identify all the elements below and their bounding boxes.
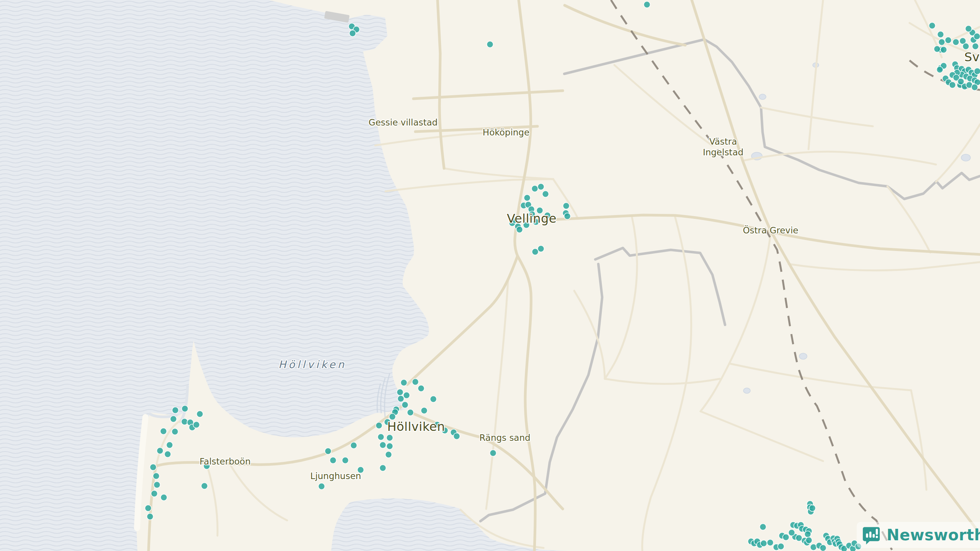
data-point-dot <box>150 464 157 471</box>
place-label-h-k-pinge: Hököpinge <box>483 127 529 137</box>
data-point-dot <box>974 33 980 40</box>
data-point-dot <box>963 43 969 50</box>
data-point-dot <box>965 26 972 32</box>
place-label--stra-grevie: Östra Grevie <box>743 225 798 235</box>
data-point-dot <box>937 67 943 73</box>
data-point-dot <box>193 422 200 428</box>
newsworthy-logo[interactable]: Newsworthy <box>857 522 980 548</box>
data-point-dot <box>972 84 978 91</box>
data-point-dot <box>403 392 410 399</box>
data-point-dot <box>182 406 188 412</box>
data-point-dot <box>538 184 544 190</box>
place-label-ljunghusen: Ljunghusen <box>310 471 361 481</box>
newsworthy-bar-chart-icon <box>861 525 881 545</box>
data-point-dot <box>421 408 428 414</box>
data-point-dot <box>929 23 936 29</box>
data-point-dot <box>342 457 349 464</box>
place-label-vellinge: Vellinge <box>507 211 557 226</box>
data-point-dot <box>147 514 154 520</box>
newsworthy-brand-text: Newsworthy <box>887 526 980 544</box>
data-point-dot <box>644 2 650 8</box>
data-point-dot <box>154 482 160 488</box>
data-point-dot <box>385 452 392 458</box>
data-point-dot <box>380 465 386 471</box>
map-canvas[interactable]: Gessie villastadHököpingeVästraIngelstad… <box>0 0 980 551</box>
data-point-dot <box>160 428 167 435</box>
data-point-dot <box>318 483 325 490</box>
data-point-dot <box>941 47 947 53</box>
data-point-dot <box>958 78 964 85</box>
place-label-h-llviken: Höllviken <box>387 419 445 434</box>
data-point-dot <box>197 411 203 417</box>
data-point-dot <box>524 195 531 201</box>
data-point-dot <box>161 494 167 501</box>
data-point-dot <box>145 505 152 512</box>
data-point-dot <box>564 213 571 220</box>
data-point-dot <box>783 534 789 541</box>
data-point-dot <box>325 448 332 455</box>
data-point-dot <box>820 545 826 551</box>
data-point-dot <box>532 249 539 255</box>
data-point-dot <box>487 41 493 48</box>
data-point-dot <box>412 379 419 385</box>
data-point-dot <box>761 540 767 547</box>
data-point-dot <box>972 43 979 50</box>
data-point-dot <box>170 416 177 422</box>
data-point-dot <box>401 380 407 386</box>
data-point-dot <box>953 39 959 46</box>
place-label-falsterbo-n: Falsterboön <box>199 456 251 466</box>
data-point-dot <box>378 434 384 440</box>
data-point-dot <box>789 530 795 536</box>
data-point-dot <box>806 537 812 544</box>
data-point-dot <box>397 389 403 396</box>
data-point-dot <box>945 37 952 44</box>
data-point-dot <box>376 422 382 429</box>
data-point-dot <box>542 191 549 197</box>
data-point-dot <box>165 451 171 458</box>
data-point-dot <box>398 396 404 402</box>
data-point-dot <box>387 443 393 450</box>
data-point-dot <box>490 450 497 456</box>
data-point-dot <box>516 227 523 233</box>
place-label-r-ngs-sand: Rängs sand <box>479 433 530 443</box>
data-point-dot <box>389 414 396 420</box>
data-point-dot <box>809 505 816 512</box>
data-point-dot <box>934 46 941 52</box>
data-point-dot <box>351 442 357 449</box>
data-point-dot <box>805 531 811 538</box>
data-point-dot <box>380 442 386 448</box>
place-label-svedala: Svedala <box>964 50 980 64</box>
data-point-dot <box>172 407 179 414</box>
data-point-dot <box>454 433 460 440</box>
data-point-dot <box>767 540 774 546</box>
data-point-dot <box>350 30 356 37</box>
data-point-dot <box>949 82 956 88</box>
data-point-dot <box>939 39 945 46</box>
data-point-dot <box>974 68 980 75</box>
data-point-dot <box>760 524 766 530</box>
data-point-dot <box>532 186 538 192</box>
data-point-dot <box>153 473 160 479</box>
data-point-dot <box>157 448 163 454</box>
place-label-gessie-villastad: Gessie villastad <box>369 117 438 127</box>
data-point-dot <box>778 543 784 550</box>
data-point-dot <box>387 435 393 441</box>
place-label-h-llviken: Höllviken <box>278 359 346 370</box>
data-point-dot <box>201 483 208 489</box>
data-point-dot <box>167 442 173 448</box>
data-point-dot <box>407 409 414 416</box>
data-point-dot <box>563 203 570 209</box>
map-svg: Gessie villastadHököpingeVästraIngelstad… <box>0 0 980 551</box>
data-point-dot <box>402 402 408 408</box>
data-point-dot <box>418 385 425 392</box>
data-point-dot <box>172 429 178 435</box>
data-point-dot <box>151 491 158 497</box>
data-point-dot <box>938 31 944 38</box>
data-point-dot <box>330 457 336 464</box>
data-point-dot <box>430 396 437 403</box>
